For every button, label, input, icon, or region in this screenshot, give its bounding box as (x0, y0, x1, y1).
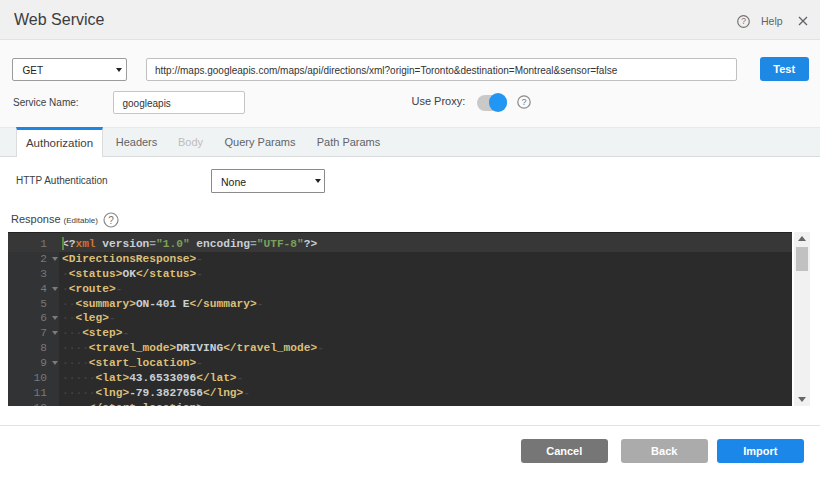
svg-text:?: ? (108, 215, 114, 226)
svg-text:?: ? (521, 97, 526, 107)
svg-text:?: ? (741, 16, 746, 26)
